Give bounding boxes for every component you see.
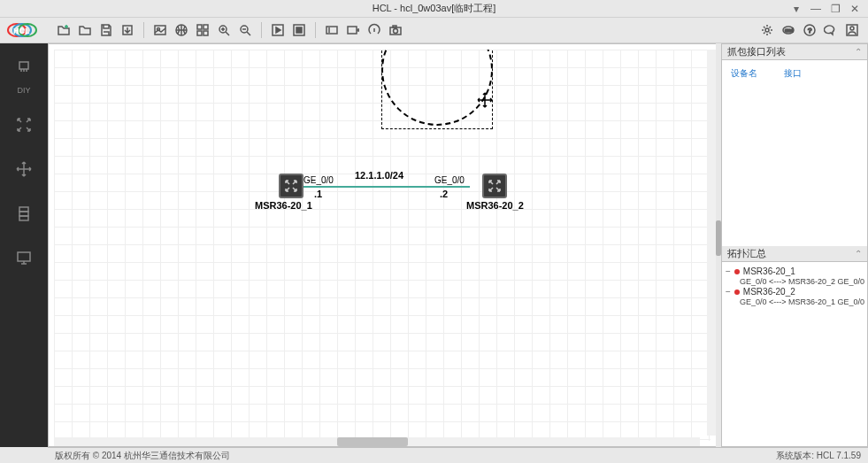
diy-label: DIY <box>17 86 30 95</box>
open-button[interactable] <box>74 19 96 41</box>
topology-link-detail: GE_0/0 <---> MSR36-20_1 GE_0/0 <box>724 297 865 306</box>
svg-text:HCL: HCL <box>13 27 30 35</box>
tool-1-button[interactable] <box>321 19 342 41</box>
svg-rect-15 <box>296 27 302 33</box>
tab-interface[interactable]: 接口 <box>784 67 802 80</box>
app-logo: HCL <box>0 18 48 43</box>
svg-rect-9 <box>197 31 202 35</box>
titlebar-dropdown[interactable]: ▾ <box>787 1 806 17</box>
toolbar-separator <box>315 22 316 38</box>
svg-rect-31 <box>19 216 28 220</box>
help-button[interactable]: ? <box>799 19 820 41</box>
panel-collapse-icon[interactable]: ⌃ <box>855 47 862 57</box>
svg-text:?: ? <box>808 27 812 35</box>
router-icon <box>279 174 303 198</box>
link-subnet: 12.1.1.0/24 <box>355 170 403 181</box>
user-button[interactable] <box>841 19 863 41</box>
camera-button[interactable] <box>385 19 406 41</box>
minimize-button[interactable]: — <box>806 1 826 17</box>
move-cursor-icon <box>477 92 493 108</box>
router-icon <box>482 174 507 198</box>
globe-button[interactable] <box>171 19 192 41</box>
version-text: 系统版本: HCL 7.1.59 <box>776 450 861 462</box>
toolbar-separator <box>143 22 144 38</box>
link-line[interactable] <box>297 186 470 188</box>
maximize-button[interactable]: ❐ <box>826 1 845 17</box>
link-ip-2: .2 <box>440 189 448 199</box>
minus-icon: − <box>726 287 731 297</box>
cmd-button[interactable]: cmd <box>778 19 799 41</box>
svg-point-19 <box>394 29 398 34</box>
device-label: MSR36-20_2 <box>466 200 524 211</box>
play-button[interactable] <box>267 19 288 41</box>
topology-node-name: MSR36-20_2 <box>743 287 795 297</box>
svg-rect-10 <box>204 31 208 35</box>
link-if-2: GE_0/0 <box>434 175 465 185</box>
svg-point-21 <box>765 28 769 32</box>
link-ip-1: .1 <box>314 189 322 199</box>
zoom-in-button[interactable] <box>213 19 234 41</box>
topology-panel-body: − MSR36-20_1 GE_0/0 <---> MSR36-20_2 GE_… <box>722 262 867 446</box>
device-label: MSR36-20_1 <box>255 200 312 211</box>
svg-rect-16 <box>326 27 337 34</box>
canvas-vscrollbar[interactable] <box>707 50 716 436</box>
close-button[interactable]: ✕ <box>845 1 864 17</box>
minus-icon: − <box>726 266 731 276</box>
topology-node[interactable]: − MSR36-20_2 <box>724 286 865 297</box>
tool-3-button[interactable] <box>364 19 385 41</box>
server-button[interactable] <box>10 199 38 228</box>
topology-link-detail: GE_0/0 <---> MSR36-20_2 GE_0/0 <box>724 277 865 286</box>
topology-panel-header[interactable]: 拓扑汇总 ⌃ <box>722 246 867 262</box>
svg-rect-20 <box>393 26 396 27</box>
capture-panel-header[interactable]: 抓包接口列表 ⌃ <box>722 44 867 60</box>
tool-2-button[interactable] <box>342 19 364 41</box>
status-bar: 版权所有 © 2014 杭州华三通信技术有限公司 系统版本: HCL 7.1.5… <box>48 447 868 463</box>
tab-device-name[interactable]: 设备名 <box>731 67 757 80</box>
pc-button[interactable] <box>10 243 38 272</box>
topology-node[interactable]: − MSR36-20_1 <box>724 266 865 277</box>
canvas-container: 12.1.1.0/24 GE_0/0 GE_0/0 .1 .2 MSR36-20… <box>48 43 716 447</box>
svg-rect-32 <box>18 252 30 261</box>
stop-button[interactable] <box>288 19 310 41</box>
svg-rect-28 <box>19 62 28 69</box>
copyright-text: 版权所有 © 2014 杭州华三通信技术有限公司 <box>55 450 230 462</box>
save-button[interactable] <box>96 19 117 41</box>
expand-button[interactable] <box>10 111 38 139</box>
panel-collapse-icon[interactable]: ⌃ <box>855 249 862 259</box>
diy-device-button[interactable] <box>10 54 38 82</box>
scrollbar-thumb[interactable] <box>337 437 408 446</box>
topology-panel-title: 拓扑汇总 <box>727 247 766 260</box>
svg-rect-7 <box>197 25 202 29</box>
capture-panel-body: 设备名 接口 <box>722 60 867 246</box>
window-title: HCL - hcl_0w03av[临时工程] <box>373 2 496 15</box>
toolbar-separator <box>261 22 262 38</box>
export-button[interactable] <box>117 19 138 41</box>
canvas-hscrollbar[interactable] <box>54 437 700 446</box>
status-dot-icon <box>734 269 740 274</box>
image-button[interactable] <box>150 19 171 41</box>
move-tool-button[interactable] <box>10 155 38 183</box>
svg-rect-8 <box>204 25 208 29</box>
zoom-out-button[interactable] <box>234 19 256 41</box>
device-sidebar: DIY <box>0 43 48 447</box>
svg-text:cmd: cmd <box>785 27 794 33</box>
right-panel: 抓包接口列表 ⌃ 设备名 接口 拓扑汇总 ⌃ − MSR36-20_1 GE_0… <box>721 43 868 447</box>
svg-point-27 <box>850 27 854 30</box>
svg-rect-17 <box>348 27 357 34</box>
device-node[interactable]: MSR36-20_1 <box>271 174 312 211</box>
topology-canvas[interactable]: 12.1.1.0/24 GE_0/0 GE_0/0 .1 .2 MSR36-20… <box>54 50 711 441</box>
chat-button[interactable] <box>820 19 841 41</box>
main-toolbar: cmd ? <box>48 18 868 43</box>
settings-button[interactable] <box>757 19 778 41</box>
grid-button[interactable] <box>192 19 213 41</box>
topology-node-name: MSR36-20_1 <box>743 266 795 276</box>
new-project-button[interactable] <box>53 19 74 41</box>
capture-panel-title: 抓包接口列表 <box>727 45 786 58</box>
status-dot-icon <box>734 289 740 295</box>
title-bar: HCL - hcl_0w03av[临时工程] ▾ — ❐ ✕ <box>0 0 868 18</box>
device-node[interactable]: MSR36-20_2 <box>466 174 524 211</box>
